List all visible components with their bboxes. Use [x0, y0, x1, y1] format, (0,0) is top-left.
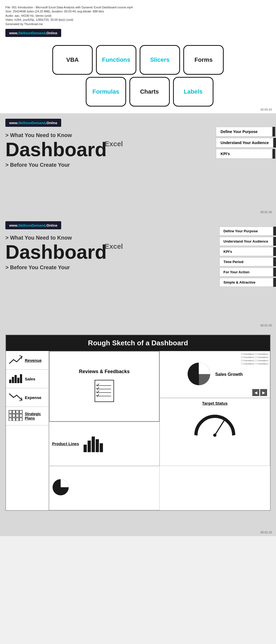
svg-rect-11 — [16, 414, 19, 417]
timestamp-3: 00:01:30 — [260, 324, 272, 327]
sketch-wrapper: Rough Sketch of a Dashboard Revenue — [5, 335, 271, 511]
svg-rect-6 — [12, 410, 15, 413]
svg-rect-1 — [12, 377, 14, 383]
svg-rect-0 — [9, 380, 11, 383]
timestamp-4: 00:02:16 — [260, 531, 272, 534]
nav-sales: Sales — [6, 370, 49, 388]
svg-rect-7 — [16, 410, 19, 413]
svg-rect-9 — [9, 414, 12, 417]
nav-revenue: Revenue — [6, 351, 49, 370]
checkboxes-area: ☐ CheckBox1 ☐ CheckBox1 ☐ CheckBox1 ☐ Ch… — [241, 353, 269, 366]
svg-rect-4 — [20, 374, 22, 383]
svg-rect-10 — [12, 414, 15, 417]
section-dashboard-2: www.SkillsonDemand.Online > What You Nee… — [0, 216, 276, 329]
svg-rect-12 — [19, 414, 22, 417]
sidebar-item-audience: Understand Your Audience — [216, 138, 276, 148]
section-tools: File: 001 Introduction - Microsoft Excel… — [0, 0, 276, 113]
timestamp-2: 00:01:30 — [260, 210, 272, 214]
checklist-icon — [94, 379, 115, 404]
svg-point-31 — [213, 434, 216, 437]
sidebar-item-kpis-2: KPI's — [219, 247, 276, 256]
tool-formulas: Formulas — [86, 77, 126, 107]
brand-logo: www.SkillsonDemand.Online — [5, 29, 61, 37]
section-dashboard-1: www.SkillsonDemand.Online > What You Nee… — [0, 113, 276, 216]
bars-icon — [9, 373, 23, 385]
svg-rect-8 — [19, 410, 22, 413]
reviews-cell: Reviews & Feedbacks — [49, 351, 160, 422]
trend-up-icon — [9, 354, 23, 366]
trend-down-icon — [9, 391, 23, 403]
nav-expense: Expense — [6, 388, 49, 407]
small-pie-icon — [52, 479, 70, 497]
sidebar-item-action: For Your Action — [219, 268, 276, 277]
svg-rect-25 — [84, 445, 87, 452]
sketch-header: Rough Sketch of a Dashboard — [6, 335, 270, 351]
sidebar-item-simple: Simple & Attractive — [219, 278, 276, 287]
sidebar-item-purpose: Define Your Purpose — [216, 127, 276, 137]
tool-labels: Labels — [173, 77, 213, 107]
target-status-cell: Target Status — [160, 398, 270, 466]
brand-logo-2: www.SkillsonDemand.Online — [5, 119, 61, 127]
sidebar-items-2: Define Your Purpose Understand Your Audi… — [219, 227, 276, 287]
svg-rect-26 — [88, 441, 91, 452]
svg-rect-2 — [15, 375, 17, 383]
svg-rect-16 — [19, 418, 22, 421]
sketch-body: Revenue Sales — [6, 351, 270, 510]
tool-vba: VBA — [52, 45, 93, 75]
tool-slicers: Slicers — [140, 45, 180, 75]
section-sketch: Rough Sketch of a Dashboard Revenue — [0, 329, 276, 536]
svg-rect-14 — [12, 418, 15, 421]
file-info: File: 001 Introduction - Microsoft Excel… — [5, 5, 271, 26]
arrow-left-button[interactable]: ◀ — [252, 389, 259, 396]
sidebar-item-timeperiod: Time Period — [219, 257, 276, 266]
svg-rect-15 — [16, 418, 19, 421]
svg-rect-29 — [100, 443, 103, 452]
nav-strategic: Strategic Plans — [6, 407, 49, 425]
tool-charts: Charts — [129, 77, 170, 107]
strategic-cell — [49, 466, 160, 510]
nav-arrows[interactable]: ◀ ▶ — [252, 389, 267, 396]
svg-rect-5 — [9, 410, 12, 413]
timestamp-1: 00:00:43 — [260, 108, 272, 111]
svg-rect-3 — [17, 378, 19, 383]
sidebar-item-audience-2: Understand Your Audience — [219, 237, 276, 246]
product-lines-cell: Product Lines — [49, 422, 160, 466]
left-nav: Revenue Sales — [6, 351, 49, 510]
svg-rect-27 — [92, 437, 95, 452]
right-grid: Reviews & Feedbacks — [49, 351, 270, 510]
product-bars-icon — [83, 434, 105, 454]
brand-logo-3: www.SkillsonDemand.Online — [5, 221, 61, 229]
svg-rect-28 — [96, 439, 99, 452]
left-content-1: > What You Need to Know Excel Dashboard … — [5, 132, 107, 168]
svg-rect-17 — [95, 380, 114, 402]
tool-forms: Forms — [183, 45, 224, 75]
sidebar-item-kpis: KPI's — [216, 149, 276, 159]
gauge-icon — [193, 411, 236, 439]
tool-functions: Functions — [96, 45, 136, 75]
left-content-2: > What You Need to Know Excel Dashboard … — [5, 235, 107, 271]
pie-chart-icon — [187, 362, 211, 387]
grid-icon — [9, 410, 23, 422]
sidebar-items-1: Define Your Purpose Understand Your Audi… — [216, 127, 276, 159]
svg-line-30 — [215, 420, 224, 435]
sidebar-item-purpose-2: Define Your Purpose — [219, 227, 276, 236]
arrow-right-button[interactable]: ▶ — [260, 389, 267, 396]
sales-growth-cell: Sales Growth ☐ CheckBox1 ☐ CheckBox1 ☐ C… — [160, 351, 270, 398]
svg-rect-13 — [9, 418, 12, 421]
